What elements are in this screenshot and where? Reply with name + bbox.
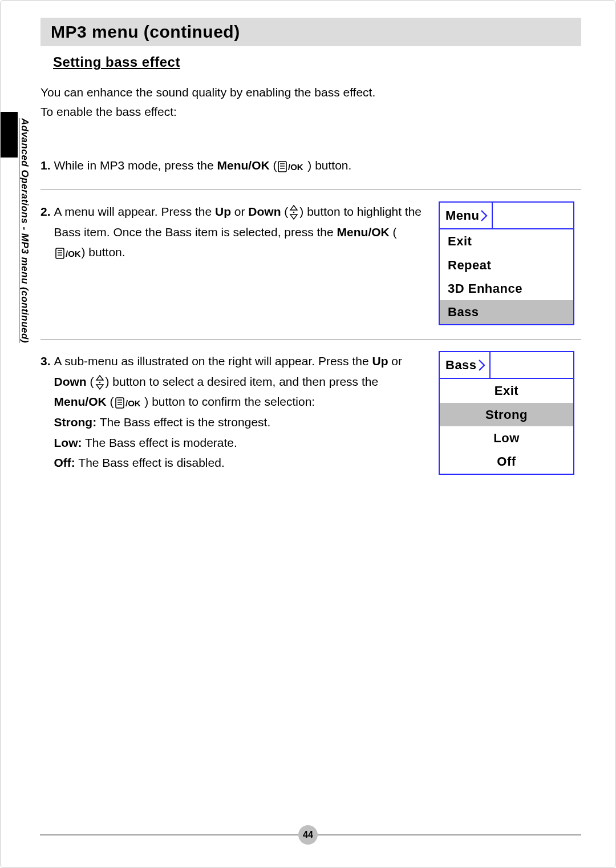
svg-marker-13 [96, 376, 103, 380]
step-1-number: 1. [40, 155, 51, 176]
menu-item-bass: Bass [440, 300, 573, 324]
step-1: 1. While in MP3 mode, press the Menu/OK … [40, 144, 581, 189]
svg-rect-0 [278, 162, 286, 172]
svg-text:/OK: /OK [66, 249, 80, 259]
step-3-text-mid1: button to select a desired item, and the… [110, 375, 379, 388]
step-1-text-post: button. [311, 159, 351, 172]
up-down-icon [289, 205, 298, 220]
step-2-up-label: Up [215, 205, 231, 218]
menu-ok-icon: /OK [115, 397, 140, 409]
step-3-up-label: Up [372, 354, 388, 368]
intro-line-1: You can enhance the sound quality by ena… [40, 86, 375, 99]
step-2-down-label: Down [248, 205, 281, 218]
option-off-label: Off: [54, 456, 75, 469]
up-down-icon [95, 375, 104, 390]
bass-tab: Bass [440, 352, 491, 378]
chevron-right-icon [480, 209, 488, 222]
menu-tab-row: Menu [440, 203, 573, 229]
page-content: MP3 menu (continued) Setting bass effect… [40, 18, 581, 488]
bass-tab-row: Bass [440, 352, 573, 379]
bass-item-exit: Exit [440, 379, 573, 402]
step-1-menu-ok-label: Menu/OK [217, 159, 269, 172]
option-strong-desc: The Bass effect is the strongest. [96, 415, 270, 429]
svg-text:/OK: /OK [288, 162, 303, 172]
menu-ok-icon: /OK [278, 161, 303, 172]
option-off-desc: The Bass effect is disabled. [75, 456, 225, 469]
step-2-body: A menu will appear. Press the Up or Down… [54, 201, 424, 263]
svg-point-14 [99, 382, 100, 383]
page-title: MP3 menu (continued) [40, 18, 581, 46]
page-number-badge: 44 [298, 825, 318, 845]
menu-tab: Menu [440, 203, 493, 228]
option-strong-label: Strong: [54, 415, 97, 429]
option-low-label: Low: [54, 436, 82, 449]
step-2-or: or [231, 205, 248, 218]
menu-item-exit: Exit [440, 229, 573, 253]
section-heading: Setting bass effect [53, 54, 581, 70]
bass-tab-label: Bass [445, 354, 477, 376]
side-tab-marker [1, 112, 18, 158]
step-1-text-pre: While in MP3 mode, press the [54, 159, 217, 172]
step-3-figure: Bass Exit Strong Low Off [439, 351, 581, 475]
svg-marker-7 [290, 215, 297, 219]
intro-text: You can enhance the sound quality by ena… [40, 83, 581, 121]
bass-items: Exit Strong Low Off [440, 379, 573, 474]
step-2: 2. A menu will appear. Press the Up or D… [40, 189, 581, 339]
step-2-text-post: button. [86, 245, 125, 259]
menu-item-repeat: Repeat [440, 253, 573, 277]
step-2-figure: Menu Exit Repeat 3D Enhance Bass [439, 201, 581, 325]
chevron-right-icon [478, 359, 486, 372]
step-3-text-mid2: button to confirm the selection: [148, 395, 315, 408]
bass-panel: Bass Exit Strong Low Off [439, 351, 574, 475]
svg-marker-15 [96, 385, 103, 389]
menu-ok-icon: /OK [55, 248, 80, 259]
menu-item-3d-enhance: 3D Enhance [440, 277, 573, 300]
svg-point-6 [293, 212, 295, 213]
step-2-number: 2. [40, 201, 51, 222]
menu-panel: Menu Exit Repeat 3D Enhance Bass [439, 201, 574, 325]
step-3-menu-ok-label: Menu/OK [54, 395, 107, 408]
step-3-down-label: Down [54, 375, 87, 388]
svg-marker-5 [290, 205, 297, 210]
menu-items: Exit Repeat 3D Enhance Bass [440, 229, 573, 324]
step-3: 3. A sub-menu as illustrated on the righ… [40, 339, 581, 488]
menu-tab-label: Menu [445, 205, 479, 226]
svg-text:/OK: /OK [125, 398, 140, 408]
step-3-body: A sub-menu as illustrated on the right w… [54, 351, 424, 473]
step-3-number: 3. [40, 351, 51, 372]
bass-item-low: Low [440, 426, 573, 450]
intro-line-2: To enable the bass effect: [40, 105, 177, 118]
step-1-body: While in MP3 mode, press the Menu/OK ( /… [54, 155, 581, 176]
side-section-label: Advanced Operations - MP3 menu (continue… [18, 118, 30, 346]
manual-page: Advanced Operations - MP3 menu (continue… [0, 0, 616, 868]
step-2-text-pre: A menu will appear. Press the [54, 205, 216, 218]
svg-rect-16 [116, 398, 124, 408]
step-3-or: or [388, 354, 402, 368]
option-low-desc: The Bass effect is moderate. [82, 436, 237, 449]
step-2-menu-ok-label: Menu/OK [337, 225, 390, 239]
step-3-text-pre: A sub-menu as illustrated on the right w… [54, 354, 372, 368]
svg-rect-8 [56, 248, 64, 259]
bass-item-strong: Strong [440, 403, 573, 426]
bass-item-off: Off [440, 450, 573, 473]
